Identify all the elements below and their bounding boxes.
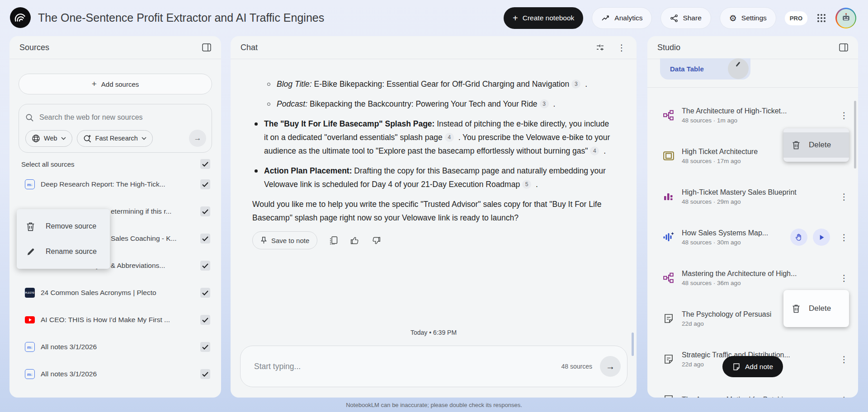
- add-note-button[interactable]: Add note: [722, 356, 783, 377]
- expand-panel-icon[interactable]: [839, 43, 848, 52]
- disclaimer: NotebookLM can be inaccurate; please dou…: [0, 402, 868, 408]
- plecto-icon: PLECTO: [25, 288, 35, 298]
- create-notebook-button[interactable]: + Create notebook: [504, 7, 583, 29]
- chevron-down-icon: [61, 137, 66, 140]
- source-checkbox[interactable]: [200, 206, 210, 216]
- frame-icon: [663, 150, 675, 161]
- source-checkbox[interactable]: [200, 369, 210, 379]
- trending-up-icon: [601, 14, 610, 23]
- studio-item-meta: 48 sources · 1m ago: [682, 117, 832, 124]
- trash-icon: [26, 222, 35, 231]
- rename-source-menu-item[interactable]: Rename source: [17, 239, 110, 264]
- source-row[interactable]: m↓All notes 3/1/2026: [9, 360, 221, 388]
- save-to-note-button[interactable]: Save to note: [252, 231, 317, 249]
- select-all-checkbox[interactable]: [200, 159, 210, 169]
- chat-bullet: The "Buy It For Life Basecamp" Splash Pa…: [252, 117, 615, 158]
- source-row[interactable]: PLECTO24 Common Sales Acronyms | Plecto: [9, 279, 221, 306]
- studio-item-row[interactable]: How Sales Systems Map...48 sources · 30m…: [647, 217, 858, 258]
- thumbs-up-icon[interactable]: [350, 236, 359, 245]
- source-checkbox[interactable]: [200, 261, 210, 271]
- analytics-button[interactable]: Analytics: [592, 7, 652, 29]
- plus-icon: +: [513, 14, 518, 23]
- citation-badge[interactable]: 5: [522, 180, 531, 189]
- arrow-right-icon: →: [194, 134, 202, 143]
- pro-badge: PRO: [785, 11, 807, 25]
- audio-waveform-icon: [663, 231, 675, 243]
- markdown-icon: m↓: [25, 342, 35, 352]
- share-button[interactable]: Share: [660, 7, 711, 29]
- studio-panel: Studio Data Table The Architecture of Hi…: [647, 36, 858, 398]
- citation-badge[interactable]: 4: [590, 146, 599, 155]
- pencil-tip-icon: [736, 62, 740, 67]
- source-context-menu: Remove source Rename source: [17, 209, 110, 269]
- tune-icon[interactable]: [595, 43, 605, 52]
- studio-item-row[interactable]: High-Ticket Mastery Sales Blueprint48 so…: [647, 176, 858, 217]
- interactive-mode-button[interactable]: [790, 229, 807, 246]
- source-row[interactable]: m↓All notes 3/1/2026: [9, 333, 221, 360]
- source-checkbox[interactable]: [200, 234, 210, 243]
- item-menu-kebab-icon[interactable]: ⋮: [839, 355, 849, 364]
- search-submit-button[interactable]: →: [189, 130, 206, 147]
- delete-menu-item[interactable]: Delete: [783, 296, 849, 321]
- chat-scrollbar[interactable]: [632, 332, 634, 356]
- bullet-marker: [255, 169, 258, 173]
- studio-scrollbar[interactable]: [854, 101, 856, 169]
- chat-paragraph: Would you like me to help you write the …: [252, 197, 615, 225]
- edit-chip-button[interactable]: [728, 58, 749, 79]
- delete-menu-item[interactable]: Delete: [783, 132, 849, 158]
- item-menu-kebab-icon[interactable]: ⋮: [839, 233, 849, 242]
- item-menu-kebab-icon[interactable]: ⋮: [839, 192, 849, 201]
- source-checkbox[interactable]: [200, 315, 210, 325]
- studio-item-title: Mastering the Architecture of High...: [682, 270, 832, 278]
- add-sources-button[interactable]: + Add sources: [19, 74, 212, 94]
- item-menu-kebab-icon[interactable]: ⋮: [839, 274, 849, 282]
- globe-icon: [32, 134, 40, 143]
- source-title: Deep Research Report: The High-Tick...: [41, 180, 194, 188]
- chat-input[interactable]: [254, 362, 561, 371]
- notebooklm-logo-icon[interactable]: [10, 7, 31, 28]
- delete-menu: Delete: [783, 128, 849, 162]
- web-filter-chip[interactable]: Web: [25, 130, 72, 147]
- fast-research-chip[interactable]: Fast Research: [77, 130, 153, 147]
- item-menu-kebab-icon[interactable]: ⋮: [839, 111, 849, 120]
- citation-badge[interactable]: 3: [571, 80, 580, 89]
- audio-actions: [790, 229, 830, 246]
- sources-panel-title: Sources: [19, 43, 49, 52]
- source-row[interactable]: m↓Deep Research Report: The High-Tick...: [9, 171, 221, 198]
- play-button[interactable]: [813, 229, 830, 246]
- apps-grid-icon[interactable]: [816, 13, 827, 23]
- settings-button[interactable]: ⚙ Settings: [720, 7, 776, 29]
- select-all-label: Select all sources: [21, 160, 75, 168]
- source-checkbox[interactable]: [200, 179, 210, 189]
- chat-panel-title: Chat: [241, 43, 258, 52]
- source-checkbox[interactable]: [200, 288, 210, 298]
- source-checkbox[interactable]: [200, 342, 210, 352]
- studio-panel-title: Studio: [657, 43, 680, 52]
- sources-count: 48 sources: [561, 363, 592, 370]
- delete-menu: Delete: [783, 290, 849, 327]
- bullet-marker: [255, 122, 258, 126]
- studio-item-meta: 48 sources · 36m ago: [682, 280, 832, 286]
- avatar[interactable]: [835, 8, 856, 28]
- citation-badge[interactable]: 3: [540, 99, 549, 108]
- source-list: m↓Deep Research Report: The High-Tick...…: [9, 171, 221, 388]
- copy-icon[interactable]: [330, 236, 338, 245]
- remove-source-menu-item[interactable]: Remove source: [17, 214, 110, 239]
- item-menu-kebab-icon[interactable]: ⋮: [839, 396, 849, 398]
- search-input[interactable]: [39, 113, 206, 122]
- citation-badge[interactable]: 4: [445, 133, 454, 142]
- play-icon: [818, 234, 825, 241]
- studio-item-title: The Acronym Method for Batching...: [682, 396, 832, 398]
- studio-item-title: The Architecture of High-Ticket...: [682, 107, 832, 115]
- chat-menu-kebab-icon[interactable]: ⋮: [617, 43, 627, 52]
- source-row[interactable]: AI CEO: THIS is How I'd Make My First ..…: [9, 306, 221, 333]
- source-title: 24 Common Sales Acronyms | Plecto: [41, 289, 194, 297]
- thumbs-down-icon[interactable]: [372, 236, 381, 245]
- send-button[interactable]: →: [600, 356, 621, 377]
- youtube-icon: [25, 315, 35, 325]
- source-title: etermining if this r...: [111, 207, 194, 215]
- message-actions: Save to note: [252, 231, 615, 249]
- collapse-panel-icon[interactable]: [202, 43, 211, 52]
- studio-item-row[interactable]: The Acronym Method for Batching...⋮: [647, 379, 858, 398]
- mindmap-icon: [663, 109, 675, 121]
